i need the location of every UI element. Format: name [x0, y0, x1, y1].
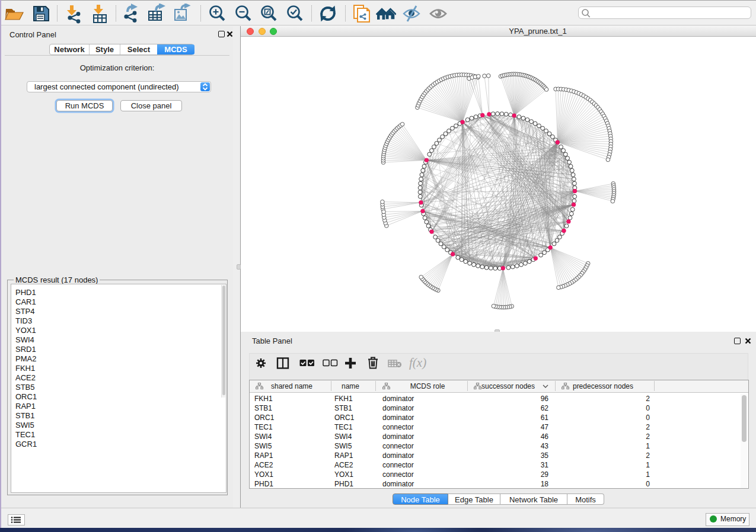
svg-text:Memory: Memory	[720, 515, 746, 523]
